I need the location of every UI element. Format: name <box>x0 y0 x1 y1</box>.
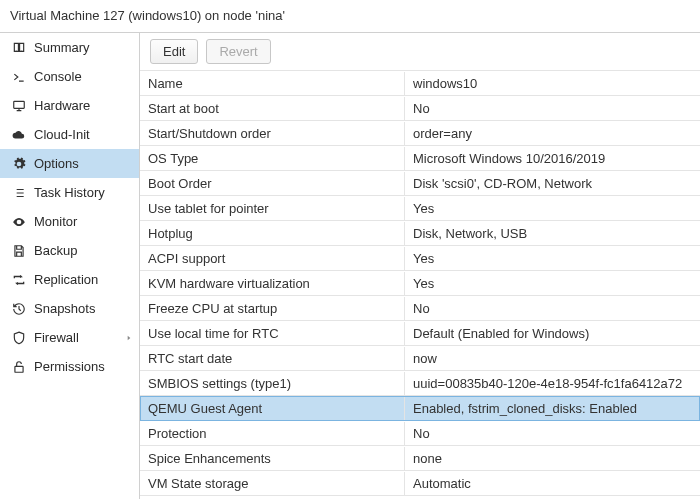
options-row-key: Use tablet for pointer <box>140 197 405 220</box>
options-row[interactable]: Use tablet for pointerYes <box>140 196 700 221</box>
sidebar-item-options[interactable]: Options <box>0 149 139 178</box>
sidebar-item-console[interactable]: Console <box>0 62 139 91</box>
sidebar-item-hardware[interactable]: Hardware <box>0 91 139 120</box>
sidebar-item-snapshots[interactable]: Snapshots <box>0 294 139 323</box>
options-row-value: Enabled, fstrim_cloned_disks: Enabled <box>405 397 700 420</box>
toolbar: Edit Revert <box>140 33 700 70</box>
options-row-value: windows10 <box>405 72 700 95</box>
options-row[interactable]: RTC start datenow <box>140 346 700 371</box>
sidebar-item-firewall[interactable]: Firewall <box>0 323 139 352</box>
options-row-value: Microsoft Windows 10/2016/2019 <box>405 147 700 170</box>
sidebar-item-cloud-init[interactable]: Cloud-Init <box>0 120 139 149</box>
options-row-key: SMBIOS settings (type1) <box>140 372 405 395</box>
sidebar-item-permissions[interactable]: Permissions <box>0 352 139 381</box>
sidebar-item-label: Replication <box>34 272 98 287</box>
options-row-key: Name <box>140 72 405 95</box>
options-row-key: OS Type <box>140 147 405 170</box>
cloud-icon <box>10 128 28 142</box>
sidebar-item-summary[interactable]: Summary <box>0 33 139 62</box>
edit-button[interactable]: Edit <box>150 39 198 64</box>
sidebar-item-label: Hardware <box>34 98 90 113</box>
history-icon <box>10 302 28 316</box>
options-row-value: now <box>405 347 700 370</box>
options-row-value: Disk 'scsi0', CD-ROM, Network <box>405 172 700 195</box>
unlock-icon <box>10 360 28 374</box>
options-row-value: Default (Enabled for Windows) <box>405 322 700 345</box>
shield-icon <box>10 331 28 345</box>
main-panel: Edit Revert Namewindows10Start at bootNo… <box>140 33 700 499</box>
options-row-key: RTC start date <box>140 347 405 370</box>
options-row-value: Disk, Network, USB <box>405 222 700 245</box>
options-row-key: Start at boot <box>140 97 405 120</box>
options-row[interactable]: Namewindows10 <box>140 71 700 96</box>
sidebar-item-label: Options <box>34 156 79 171</box>
sidebar-item-label: Monitor <box>34 214 77 229</box>
gear-icon <box>10 157 28 171</box>
options-row[interactable]: Start/Shutdown orderorder=any <box>140 121 700 146</box>
options-row[interactable]: SMBIOS settings (type1)uuid=00835b40-120… <box>140 371 700 396</box>
sidebar-item-label: Permissions <box>34 359 105 374</box>
options-row-key: Use local time for RTC <box>140 322 405 345</box>
options-row-value: Yes <box>405 272 700 295</box>
options-row-value: No <box>405 97 700 120</box>
options-row[interactable]: ACPI supportYes <box>140 246 700 271</box>
sidebar-item-label: Console <box>34 69 82 84</box>
options-row-value: No <box>405 297 700 320</box>
options-row[interactable]: Start at bootNo <box>140 96 700 121</box>
options-row-value: none <box>405 447 700 470</box>
options-row[interactable]: ProtectionNo <box>140 421 700 446</box>
options-row-value: uuid=00835b40-120e-4e18-954f-fc1fa6412a7… <box>405 372 700 395</box>
options-grid: Namewindows10Start at bootNoStart/Shutdo… <box>140 70 700 496</box>
sidebar-item-monitor[interactable]: Monitor <box>0 207 139 236</box>
options-row-key: KVM hardware virtualization <box>140 272 405 295</box>
page-title: Virtual Machine 127 (windows10) on node … <box>0 0 700 33</box>
options-row[interactable]: VM State storageAutomatic <box>140 471 700 496</box>
options-row-key: Start/Shutdown order <box>140 122 405 145</box>
options-row[interactable]: Freeze CPU at startupNo <box>140 296 700 321</box>
options-row-key: Protection <box>140 422 405 445</box>
sidebar-item-replication[interactable]: Replication <box>0 265 139 294</box>
book-icon <box>10 41 28 55</box>
options-row-key: Spice Enhancements <box>140 447 405 470</box>
chevron-right-icon <box>125 334 133 342</box>
sidebar-item-label: Snapshots <box>34 301 95 316</box>
sidebar-item-label: Summary <box>34 40 90 55</box>
svg-rect-0 <box>14 101 25 108</box>
desktop-icon <box>10 99 28 113</box>
options-row[interactable]: OS TypeMicrosoft Windows 10/2016/2019 <box>140 146 700 171</box>
sidebar-item-label: Cloud-Init <box>34 127 90 142</box>
options-row-value: Automatic <box>405 472 700 495</box>
svg-rect-1 <box>15 366 23 372</box>
sidebar-item-label: Task History <box>34 185 105 200</box>
options-row-key: Hotplug <box>140 222 405 245</box>
sidebar-item-label: Backup <box>34 243 77 258</box>
eye-icon <box>10 215 28 229</box>
options-row-key: QEMU Guest Agent <box>140 397 405 420</box>
options-row-value: Yes <box>405 247 700 270</box>
terminal-icon <box>10 70 28 84</box>
options-row[interactable]: Use local time for RTCDefault (Enabled f… <box>140 321 700 346</box>
options-row[interactable]: Boot OrderDisk 'scsi0', CD-ROM, Network <box>140 171 700 196</box>
options-row[interactable]: KVM hardware virtualizationYes <box>140 271 700 296</box>
retweet-icon <box>10 273 28 287</box>
options-row-value: No <box>405 422 700 445</box>
options-row[interactable]: Spice Enhancementsnone <box>140 446 700 471</box>
options-row[interactable]: HotplugDisk, Network, USB <box>140 221 700 246</box>
sidebar: Summary Console Hardware Cloud-Init Opti <box>0 33 140 499</box>
save-icon <box>10 244 28 258</box>
options-row[interactable]: QEMU Guest AgentEnabled, fstrim_cloned_d… <box>140 396 700 421</box>
sidebar-item-task-history[interactable]: Task History <box>0 178 139 207</box>
revert-button[interactable]: Revert <box>206 39 270 64</box>
options-row-value: Yes <box>405 197 700 220</box>
options-row-key: VM State storage <box>140 472 405 495</box>
options-row-key: Boot Order <box>140 172 405 195</box>
list-icon <box>10 186 28 200</box>
sidebar-item-backup[interactable]: Backup <box>0 236 139 265</box>
options-row-value: order=any <box>405 122 700 145</box>
sidebar-item-label: Firewall <box>34 330 79 345</box>
options-row-key: ACPI support <box>140 247 405 270</box>
options-row-key: Freeze CPU at startup <box>140 297 405 320</box>
